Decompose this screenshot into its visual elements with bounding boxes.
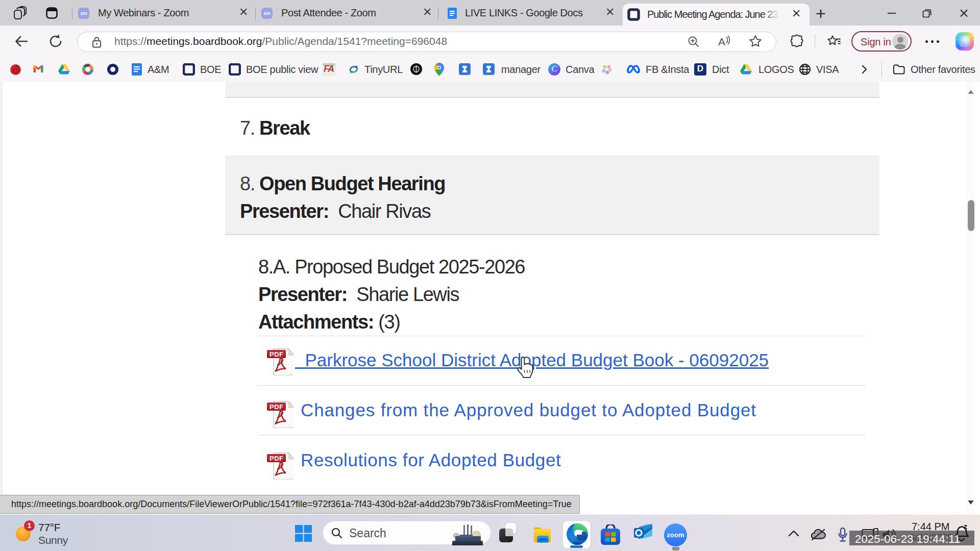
svg-text:PDF: PDF bbox=[270, 350, 284, 358]
svg-text:PDF: PDF bbox=[270, 455, 284, 462]
svg-text:PDF: PDF bbox=[270, 403, 284, 411]
svg-text:A: A bbox=[718, 36, 725, 47]
svg-text:z: z bbox=[964, 522, 967, 531]
